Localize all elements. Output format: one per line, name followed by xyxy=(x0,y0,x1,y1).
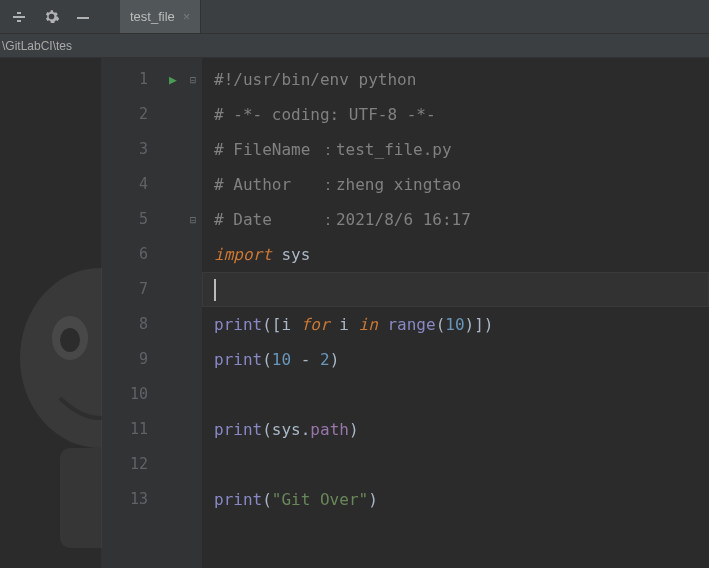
code-line xyxy=(214,377,709,412)
line-number: 4 xyxy=(102,167,162,202)
line-number: 5 xyxy=(102,202,162,237)
code-area[interactable]: #!/usr/bin/env python # -*- coding: UTF-… xyxy=(202,58,709,517)
toolbar-icons xyxy=(0,8,102,26)
code-editor[interactable]: 1 2 3 4 5 6 7 8 9 10 11 12 13 ▶ ⊟ ⊟ #!/u… xyxy=(102,58,709,568)
editor: 1 2 3 4 5 6 7 8 9 10 11 12 13 ▶ ⊟ ⊟ #!/u… xyxy=(0,58,709,568)
path-text: \GitLabCI\tes xyxy=(2,39,72,53)
svg-rect-1 xyxy=(17,12,21,14)
svg-point-5 xyxy=(52,316,88,360)
fold-close-icon[interactable]: ⊟ xyxy=(190,213,196,226)
tab-bar: test_file × xyxy=(120,0,201,33)
code-line: # FileName ：test_file.py xyxy=(214,132,709,167)
line-number: 10 xyxy=(102,377,162,412)
line-number: 11 xyxy=(102,412,162,447)
code-line: # -*- coding: UTF-8 -*- xyxy=(214,97,709,132)
line-number: 1 xyxy=(102,62,162,97)
tab-label: test_file xyxy=(130,9,175,24)
code-line: import sys xyxy=(214,237,709,272)
svg-rect-3 xyxy=(77,17,89,19)
project-sidebar[interactable] xyxy=(0,58,102,568)
line-number: 2 xyxy=(102,97,162,132)
line-number: 12 xyxy=(102,447,162,482)
svg-point-7 xyxy=(60,328,80,352)
code-line: # Date ：2021/8/6 16:17 xyxy=(214,202,709,237)
fold-open-icon[interactable]: ⊟ xyxy=(190,73,196,86)
file-tab[interactable]: test_file × xyxy=(120,0,201,33)
line-number: 13 xyxy=(102,482,162,517)
run-gutter: ▶ xyxy=(162,58,184,568)
line-number-gutter: 1 2 3 4 5 6 7 8 9 10 11 12 13 xyxy=(102,58,162,568)
line-number: 3 xyxy=(102,132,162,167)
code-line: #!/usr/bin/env python xyxy=(214,62,709,97)
line-number: 9 xyxy=(102,342,162,377)
code-line xyxy=(214,447,709,482)
gear-icon[interactable] xyxy=(42,8,60,26)
minimize-icon[interactable] xyxy=(74,8,92,26)
toolbar: test_file × xyxy=(0,0,709,34)
code-line: print(10 - 2) xyxy=(214,342,709,377)
code-line: # Author ：zheng xingtao xyxy=(214,167,709,202)
svg-rect-0 xyxy=(13,16,25,18)
text-caret xyxy=(214,279,216,301)
code-line-current xyxy=(202,272,709,307)
code-line: print("Git Over") xyxy=(214,482,709,517)
breadcrumb: \GitLabCI\tes xyxy=(0,34,709,58)
fold-gutter: ⊟ ⊟ xyxy=(184,58,202,568)
close-icon[interactable]: × xyxy=(183,9,191,24)
code-line: print([i for i in range(10)]) xyxy=(214,307,709,342)
line-number: 8 xyxy=(102,307,162,342)
line-number: 6 xyxy=(102,237,162,272)
line-number: 7 xyxy=(102,272,162,307)
code-line: print(sys.path) xyxy=(214,412,709,447)
collapse-icon[interactable] xyxy=(10,8,28,26)
run-icon[interactable]: ▶ xyxy=(169,72,177,87)
svg-rect-2 xyxy=(17,20,21,22)
